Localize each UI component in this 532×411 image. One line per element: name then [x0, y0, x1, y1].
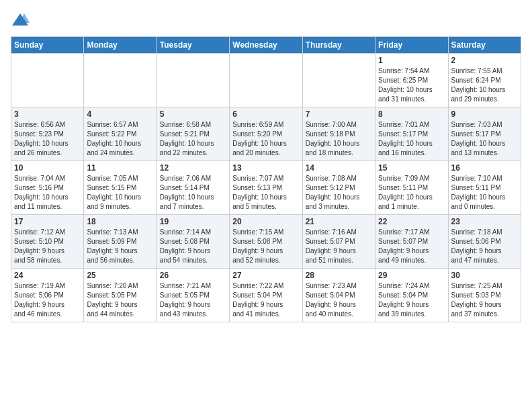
day-info: Sunrise: 7:24 AM Sunset: 5:04 PM Dayligh… [378, 281, 445, 319]
day-number: 22 [378, 217, 445, 226]
calendar-cell: 10Sunrise: 7:04 AM Sunset: 5:16 PM Dayli… [11, 161, 84, 215]
calendar-week-row: 3Sunrise: 6:56 AM Sunset: 5:23 PM Daylig… [11, 107, 521, 161]
calendar-week-row: 24Sunrise: 7:19 AM Sunset: 5:06 PM Dayli… [11, 269, 521, 322]
calendar-cell: 29Sunrise: 7:24 AM Sunset: 5:04 PM Dayli… [375, 269, 448, 322]
day-number: 19 [160, 217, 226, 226]
weekday-header: Thursday [302, 37, 375, 54]
day-number: 18 [87, 217, 153, 226]
weekday-header: Saturday [448, 37, 521, 54]
day-info: Sunrise: 7:25 AM Sunset: 5:03 PM Dayligh… [451, 281, 518, 319]
day-number: 13 [232, 163, 299, 173]
calendar-cell: 4Sunrise: 6:57 AM Sunset: 5:22 PM Daylig… [84, 107, 157, 161]
day-info: Sunrise: 7:06 AM Sunset: 5:14 PM Dayligh… [160, 174, 226, 212]
day-number: 17 [14, 217, 81, 226]
calendar-cell: 13Sunrise: 7:07 AM Sunset: 5:13 PM Dayli… [230, 161, 302, 215]
day-info: Sunrise: 7:22 AM Sunset: 5:04 PM Dayligh… [232, 281, 299, 319]
calendar-cell: 27Sunrise: 7:22 AM Sunset: 5:04 PM Dayli… [230, 269, 302, 322]
calendar-cell [11, 54, 84, 107]
calendar-cell: 22Sunrise: 7:17 AM Sunset: 5:07 PM Dayli… [375, 215, 448, 269]
calendar-cell: 16Sunrise: 7:10 AM Sunset: 5:11 PM Dayli… [448, 161, 521, 215]
day-info: Sunrise: 7:04 AM Sunset: 5:16 PM Dayligh… [14, 174, 81, 212]
calendar-cell: 19Sunrise: 7:14 AM Sunset: 5:08 PM Dayli… [157, 215, 229, 269]
day-number: 30 [451, 271, 518, 280]
calendar-cell: 28Sunrise: 7:23 AM Sunset: 5:04 PM Dayli… [302, 269, 375, 322]
day-info: Sunrise: 7:17 AM Sunset: 5:07 PM Dayligh… [378, 228, 445, 265]
calendar-header-row: SundayMondayTuesdayWednesdayThursdayFrid… [11, 37, 521, 54]
logo-icon [11, 11, 30, 30]
weekday-header: Tuesday [157, 37, 229, 54]
day-number: 2 [451, 56, 518, 65]
day-info: Sunrise: 7:10 AM Sunset: 5:11 PM Dayligh… [451, 174, 518, 212]
day-number: 12 [160, 163, 226, 173]
logo [11, 11, 32, 30]
weekday-header: Sunday [11, 37, 84, 54]
calendar-cell [230, 54, 302, 107]
day-number: 24 [14, 271, 81, 280]
day-number: 6 [232, 109, 299, 119]
day-info: Sunrise: 6:58 AM Sunset: 5:21 PM Dayligh… [160, 120, 226, 158]
day-number: 16 [451, 163, 518, 173]
calendar-cell: 21Sunrise: 7:16 AM Sunset: 5:07 PM Dayli… [302, 215, 375, 269]
weekday-header: Friday [375, 37, 448, 54]
day-info: Sunrise: 7:21 AM Sunset: 5:05 PM Dayligh… [160, 281, 226, 319]
day-number: 21 [306, 217, 372, 226]
day-number: 10 [14, 163, 81, 173]
calendar-week-row: 1Sunrise: 7:54 AM Sunset: 6:25 PM Daylig… [11, 54, 521, 107]
day-number: 23 [451, 217, 518, 226]
day-info: Sunrise: 7:14 AM Sunset: 5:08 PM Dayligh… [160, 228, 226, 265]
day-info: Sunrise: 7:03 AM Sunset: 5:17 PM Dayligh… [451, 120, 518, 158]
day-number: 15 [378, 163, 445, 173]
day-info: Sunrise: 7:01 AM Sunset: 5:17 PM Dayligh… [378, 120, 445, 158]
calendar-week-row: 17Sunrise: 7:12 AM Sunset: 5:10 PM Dayli… [11, 215, 521, 269]
day-info: Sunrise: 7:07 AM Sunset: 5:13 PM Dayligh… [232, 174, 299, 212]
day-number: 3 [14, 109, 81, 119]
day-info: Sunrise: 7:55 AM Sunset: 6:24 PM Dayligh… [451, 66, 518, 104]
day-info: Sunrise: 7:00 AM Sunset: 5:18 PM Dayligh… [306, 120, 372, 158]
day-info: Sunrise: 7:16 AM Sunset: 5:07 PM Dayligh… [306, 228, 372, 265]
day-info: Sunrise: 7:54 AM Sunset: 6:25 PM Dayligh… [378, 66, 445, 104]
calendar-cell: 23Sunrise: 7:18 AM Sunset: 5:06 PM Dayli… [448, 215, 521, 269]
day-info: Sunrise: 7:19 AM Sunset: 5:06 PM Dayligh… [14, 281, 81, 319]
day-info: Sunrise: 6:59 AM Sunset: 5:20 PM Dayligh… [232, 120, 299, 158]
day-info: Sunrise: 7:20 AM Sunset: 5:05 PM Dayligh… [87, 281, 153, 319]
day-number: 4 [87, 109, 153, 119]
calendar-cell: 6Sunrise: 6:59 AM Sunset: 5:20 PM Daylig… [230, 107, 302, 161]
day-info: Sunrise: 7:18 AM Sunset: 5:06 PM Dayligh… [451, 228, 518, 265]
calendar-cell: 18Sunrise: 7:13 AM Sunset: 5:09 PM Dayli… [84, 215, 157, 269]
day-number: 9 [451, 109, 518, 119]
calendar-cell: 20Sunrise: 7:15 AM Sunset: 5:08 PM Dayli… [230, 215, 302, 269]
calendar-cell: 2Sunrise: 7:55 AM Sunset: 6:24 PM Daylig… [448, 54, 521, 107]
day-info: Sunrise: 7:08 AM Sunset: 5:12 PM Dayligh… [306, 174, 372, 212]
calendar-cell: 17Sunrise: 7:12 AM Sunset: 5:10 PM Dayli… [11, 215, 84, 269]
calendar-cell: 11Sunrise: 7:05 AM Sunset: 5:15 PM Dayli… [84, 161, 157, 215]
day-number: 11 [87, 163, 153, 173]
calendar-cell: 8Sunrise: 7:01 AM Sunset: 5:17 PM Daylig… [375, 107, 448, 161]
day-info: Sunrise: 7:09 AM Sunset: 5:11 PM Dayligh… [378, 174, 445, 212]
day-info: Sunrise: 7:13 AM Sunset: 5:09 PM Dayligh… [87, 228, 153, 265]
calendar-cell: 3Sunrise: 6:56 AM Sunset: 5:23 PM Daylig… [11, 107, 84, 161]
calendar-cell [302, 54, 375, 107]
calendar-cell: 5Sunrise: 6:58 AM Sunset: 5:21 PM Daylig… [157, 107, 229, 161]
calendar: SundayMondayTuesdayWednesdayThursdayFrid… [11, 36, 521, 322]
day-number: 29 [378, 271, 445, 280]
calendar-cell: 9Sunrise: 7:03 AM Sunset: 5:17 PM Daylig… [448, 107, 521, 161]
calendar-cell: 14Sunrise: 7:08 AM Sunset: 5:12 PM Dayli… [302, 161, 375, 215]
day-number: 5 [160, 109, 226, 119]
day-number: 26 [160, 271, 226, 280]
calendar-cell: 30Sunrise: 7:25 AM Sunset: 5:03 PM Dayli… [448, 269, 521, 322]
day-number: 25 [87, 271, 153, 280]
calendar-cell: 26Sunrise: 7:21 AM Sunset: 5:05 PM Dayli… [157, 269, 229, 322]
day-info: Sunrise: 7:05 AM Sunset: 5:15 PM Dayligh… [87, 174, 153, 212]
day-number: 7 [306, 109, 372, 119]
weekday-header: Wednesday [230, 37, 302, 54]
day-number: 20 [232, 217, 299, 226]
calendar-cell: 12Sunrise: 7:06 AM Sunset: 5:14 PM Dayli… [157, 161, 229, 215]
calendar-cell: 1Sunrise: 7:54 AM Sunset: 6:25 PM Daylig… [375, 54, 448, 107]
page-header [11, 11, 521, 30]
day-number: 28 [306, 271, 372, 280]
weekday-header: Monday [84, 37, 157, 54]
day-number: 14 [306, 163, 372, 173]
day-info: Sunrise: 6:56 AM Sunset: 5:23 PM Dayligh… [14, 120, 81, 158]
calendar-cell: 7Sunrise: 7:00 AM Sunset: 5:18 PM Daylig… [302, 107, 375, 161]
calendar-cell: 24Sunrise: 7:19 AM Sunset: 5:06 PM Dayli… [11, 269, 84, 322]
